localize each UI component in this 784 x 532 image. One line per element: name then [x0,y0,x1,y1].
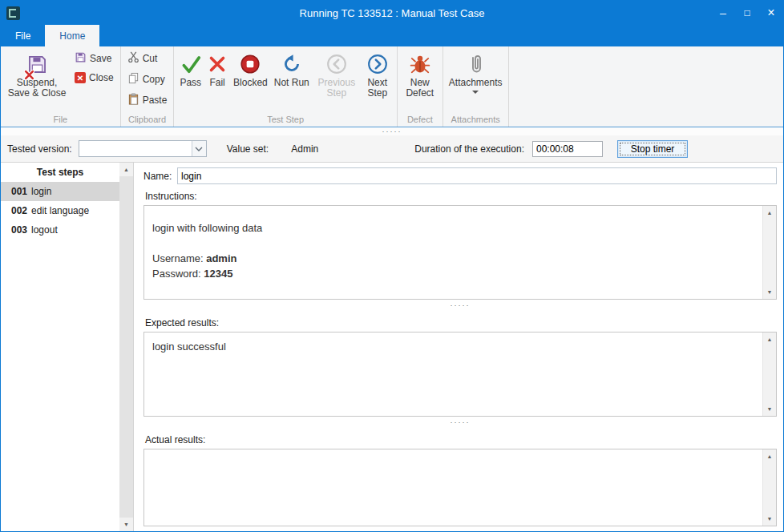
stop-timer-button[interactable]: Stop timer [617,140,688,158]
circle-arrow-left-icon [326,50,347,78]
scroll-down-icon[interactable]: ▼ [763,285,776,299]
clipboard-group-label: Clipboard [123,114,172,127]
titlebar: Running TC 133512 : Manual Test Case – □… [1,1,783,25]
ribbon: Suspend, Save & Close Save [1,46,783,127]
test-step-group-label: Test Step [176,114,394,127]
instructions-textbox[interactable]: login with following data Username: admi… [143,205,777,300]
not-run-button[interactable]: Not Run [271,48,313,88]
maximize-icon[interactable]: □ [735,1,759,25]
paperclip-icon [466,50,485,78]
tested-version-label: Tested version: [7,143,72,155]
stop-circle-icon [240,50,261,78]
suspend-save-close-label: Suspend, Save & Close [6,78,67,99]
copy-button[interactable]: Copy [123,69,169,90]
name-input[interactable] [177,167,777,184]
circle-arrow-right-icon [367,50,388,78]
test-steps-list: Test steps 001 login 002 edit language 0… [1,163,119,531]
combobox-arrow-icon[interactable] [192,141,206,156]
copy-label: Copy [143,74,165,85]
instructions-scrollbar[interactable]: ▲ ▼ [762,206,776,299]
scroll-down-icon[interactable]: ▼ [763,402,776,416]
defect-group-label: Defect [400,114,440,127]
close-button[interactable]: ✕ Close [71,69,118,87]
expected-results-scrollbar[interactable]: ▲ ▼ [762,332,776,416]
bug-icon [410,50,430,78]
ribbon-tabs: File Home [1,25,783,46]
fail-button[interactable]: Fail [204,48,230,88]
actual-results-label: Actual results: [145,434,777,445]
blocked-button[interactable]: Blocked [230,48,271,88]
value-set-value: Admin [291,143,318,155]
ribbon-group-attachments: Attachments Attachments [443,46,509,127]
scissors-icon [127,51,139,66]
previous-step-label: Previous Step [316,78,358,99]
scroll-up-icon[interactable]: ▲ [763,332,776,346]
tested-version-combobox[interactable] [79,140,207,157]
new-defect-label: New Defect [403,78,437,99]
scroll-up-icon[interactable]: ▲ [763,449,776,463]
expected-results-label: Expected results: [145,317,777,328]
actual-results-scrollbar[interactable]: ▲ ▼ [762,449,776,526]
duration-input[interactable] [532,141,603,157]
attachments-label: Attachments [449,78,503,88]
scroll-up-icon[interactable]: ▲ [119,163,133,176]
close-x-icon: ✕ [75,72,86,83]
list-item-step-3[interactable]: 003 logout [1,220,119,240]
previous-step-button[interactable]: Previous Step [313,48,361,99]
blocked-label: Blocked [233,78,268,88]
ribbon-group-file: Suspend, Save & Close Save [1,46,121,127]
splitter-handle[interactable]: ····· [143,417,777,428]
paste-button[interactable]: Paste [123,90,172,111]
instructions-username-line: Username: admin [152,251,755,266]
execution-toolbar: Tested version: Value set: Admin Duratio… [1,135,783,163]
splitter-handle[interactable]: ····· [143,300,777,311]
test-steps-panel: Test steps 001 login 002 edit language 0… [1,163,134,531]
scrollbar-thumb[interactable] [119,176,133,518]
actual-results-textbox[interactable]: ▲ ▼ [143,449,777,526]
instructions-blank-line [152,236,755,251]
test-steps-header: Test steps [1,163,119,182]
new-defect-button[interactable]: New Defect [400,48,440,99]
attachments-button[interactable]: Attachments [446,48,506,94]
step-name: edit language [31,205,89,216]
step-name: login [31,186,51,197]
fail-label: Fail [209,78,224,88]
username-value: admin [206,252,236,264]
close-icon[interactable]: × [759,1,783,25]
suspend-save-close-button[interactable]: Suspend, Save & Close [3,48,71,99]
ribbon-group-test-step: Pass Fail Blocked [174,46,397,127]
chevron-down-icon [472,91,479,94]
list-item-step-2[interactable]: 002 edit language [1,201,119,220]
scroll-up-icon[interactable]: ▲ [763,206,776,220]
file-group-label: File [3,114,118,127]
save-button[interactable]: Save [71,48,115,69]
tab-file[interactable]: File [1,25,45,46]
app-icon[interactable] [6,6,20,20]
tab-home[interactable]: Home [45,25,99,46]
step-number: 003 [11,224,27,236]
step-number: 002 [11,205,27,216]
minimize-icon[interactable]: – [711,1,735,25]
instructions-line: login with following data [152,220,755,236]
expected-results-textbox[interactable]: login successful ▲ ▼ [143,332,777,417]
app-window: Running TC 133512 : Manual Test Case – □… [0,0,784,532]
scroll-down-icon[interactable]: ▼ [119,518,133,531]
close-label: Close [89,72,114,83]
step-name: logout [31,224,58,236]
attachments-group-label: Attachments [446,114,506,127]
value-set-label: Value set: [227,143,269,155]
cut-button[interactable]: Cut [123,48,162,69]
next-step-button[interactable]: Next Step [361,48,394,99]
name-label: Name: [143,171,177,182]
save-label: Save [90,53,111,64]
list-item-step-1[interactable]: 001 login [1,182,119,201]
window-controls: – □ × [711,1,783,25]
ribbon-splitter-handle[interactable]: ····· [1,127,783,135]
scroll-down-icon[interactable]: ▼ [763,512,776,526]
instructions-password-line: Password: 12345 [152,266,755,281]
ribbon-group-defect: New Defect Defect [398,46,443,127]
pass-button[interactable]: Pass [176,48,204,88]
not-run-label: Not Run [274,78,309,88]
check-icon [180,50,201,78]
test-steps-scrollbar[interactable]: ▲ ▼ [119,163,133,531]
